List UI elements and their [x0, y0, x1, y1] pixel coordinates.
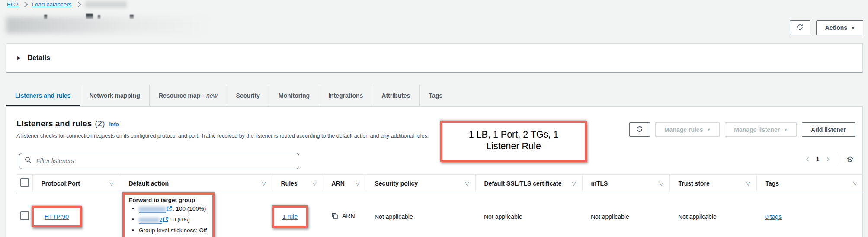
target-group-link-redacted[interactable]	[139, 207, 166, 213]
actions-button-label: Actions	[825, 24, 847, 31]
target-weight: : 100 (100%)	[173, 205, 206, 212]
add-listener-label: Add listener	[811, 126, 846, 133]
listener-link[interactable]: HTTP:90	[45, 213, 69, 220]
sort-icon: ▽	[465, 180, 469, 186]
row-checkbox[interactable]	[20, 211, 29, 220]
target-group-item: 2: 0 (0%)	[132, 215, 207, 225]
refresh-icon	[636, 125, 643, 134]
breadcrumb-link-ec2[interactable]: EC2	[7, 1, 18, 8]
refresh-icon	[796, 23, 804, 32]
annotation-line: Listener Rule	[442, 141, 585, 152]
sort-icon: ▽	[356, 180, 359, 186]
tab-resource-map[interactable]: Resource map -new	[149, 85, 227, 106]
tab-label: Resource map -	[159, 92, 204, 99]
listeners-and-rules-panel: Listeners and rules (2) Info A listener …	[6, 106, 863, 237]
arn-label: ARN	[342, 212, 355, 219]
external-link-icon	[167, 206, 172, 213]
table-header-row: Protocol:Port▽ Default action▽ Rules▽ AR…	[17, 175, 863, 192]
filter-listeners-field	[19, 153, 299, 169]
column-label: Rules	[281, 180, 298, 187]
column-label: Tags	[766, 180, 779, 187]
tab-label: Attributes	[381, 92, 410, 99]
refresh-button[interactable]	[790, 20, 810, 35]
column-header-security-policy[interactable]: Security policy▽	[366, 175, 475, 192]
column-label: Security policy	[375, 180, 418, 187]
details-section[interactable]: ▶ Details	[6, 43, 863, 72]
tab-security[interactable]: Security	[227, 85, 269, 106]
column-header-default-action[interactable]: Default action▽	[120, 175, 272, 192]
mtls-cell: Not applicable	[582, 192, 669, 237]
select-all-checkbox[interactable]	[20, 178, 29, 187]
tab-tags[interactable]: Tags	[419, 85, 452, 106]
column-header-trust-store[interactable]: Trust store▽	[669, 175, 756, 192]
next-page-chevron-icon[interactable]: ›	[824, 154, 832, 164]
tab-monitoring[interactable]: Monitoring	[269, 85, 319, 106]
sort-icon: ▽	[746, 180, 750, 186]
tab-label: Monitoring	[279, 92, 310, 99]
details-label: Details	[27, 54, 50, 62]
protocol-port-cell: HTTP:90	[32, 192, 120, 237]
column-header-mtls[interactable]: mTLS▽	[582, 175, 669, 192]
tab-label: Listeners and rules	[15, 92, 70, 99]
redaction-blur	[139, 218, 159, 223]
chevron-right-icon	[22, 2, 28, 7]
panel-header: Listeners and rules (2) Info A listener …	[16, 119, 429, 139]
tab-listeners-and-rules[interactable]: Listeners and rules	[6, 85, 80, 106]
caret-down-icon: ▼	[784, 128, 788, 132]
filter-listeners-input[interactable]	[35, 157, 294, 165]
tab-label: Security	[236, 92, 260, 99]
column-label: Default SSL/TLS certificate	[484, 180, 562, 187]
refresh-table-button[interactable]	[629, 122, 650, 137]
caret-down-icon: ▼	[851, 26, 855, 30]
redaction-blur	[139, 207, 166, 212]
column-header-tags[interactable]: Tags▽	[756, 175, 863, 192]
target-group-item: : 100 (100%)	[132, 204, 207, 215]
gear-icon[interactable]: ⚙	[846, 155, 854, 163]
add-listener-button[interactable]: Add listener	[802, 122, 855, 137]
tab-integrations[interactable]: Integrations	[319, 85, 372, 106]
listeners-table: Protocol:Port▽ Default action▽ Rules▽ AR…	[17, 174, 863, 237]
select-all-header	[17, 175, 32, 192]
column-header-rules[interactable]: Rules▽	[272, 175, 323, 192]
tab-attributes[interactable]: Attributes	[372, 85, 419, 106]
column-header-ssl-certificate[interactable]: Default SSL/TLS certificate▽	[475, 175, 582, 192]
stickiness-item: Group-level stickiness: Off	[132, 225, 207, 235]
target-group-name-tail: 2	[159, 217, 163, 223]
search-icon	[25, 157, 32, 165]
panel-title: Listeners and rules	[16, 119, 92, 128]
info-link[interactable]: Info	[109, 122, 119, 128]
column-header-protocol-port[interactable]: Protocol:Port▽	[32, 175, 120, 192]
new-badge: new	[206, 92, 218, 99]
column-label: ARN	[332, 180, 345, 187]
breadcrumb-redacted-item	[85, 1, 127, 8]
breadcrumb-link-load-balancers[interactable]: Load balancers	[32, 1, 71, 8]
annotation-box-protocol: HTTP:90	[32, 206, 82, 227]
manage-rules-label: Manage rules	[664, 126, 703, 133]
tab-label: Tags	[429, 92, 442, 99]
expand-triangle-icon: ▶	[17, 55, 21, 61]
tags-link[interactable]: 0 tags	[765, 213, 782, 220]
manage-listener-button[interactable]: Manage listener ▼	[725, 122, 797, 137]
copy-icon	[331, 212, 338, 221]
previous-page-chevron-icon[interactable]: ‹	[804, 154, 812, 164]
manage-rules-button[interactable]: Manage rules ▼	[655, 122, 720, 137]
actions-button[interactable]: Actions ▼	[816, 20, 864, 35]
panel-description: A listener checks for connection request…	[16, 133, 429, 139]
manage-listener-label: Manage listener	[734, 126, 780, 133]
rules-link[interactable]: 1 rule	[282, 213, 298, 220]
column-header-arn[interactable]: ARN▽	[323, 175, 366, 192]
forward-action-title: Forward to target group	[129, 197, 207, 203]
annotation-box-default-action: Forward to target group : 100 (100%) 2: …	[122, 192, 215, 237]
ec2-load-balancer-listeners-page: EC2 Load balancers Actions ▼ ▶ Details L…	[0, 0, 868, 237]
sort-icon: ▽	[262, 180, 266, 186]
target-group-link-redacted[interactable]: 2	[139, 218, 163, 224]
trust-store-cell: Not applicable	[669, 192, 756, 237]
column-label: Default action	[129, 180, 169, 187]
page-number[interactable]: 1	[814, 156, 822, 163]
rules-cell: 1 rule	[272, 192, 323, 237]
tab-network-mapping[interactable]: Network mapping	[80, 85, 149, 106]
annotation-line: 1 LB, 1 Port, 2 TGs, 1	[442, 129, 585, 141]
page-title-redacted	[6, 13, 209, 34]
row-select-cell	[17, 192, 32, 237]
copy-arn-button[interactable]	[331, 212, 338, 221]
